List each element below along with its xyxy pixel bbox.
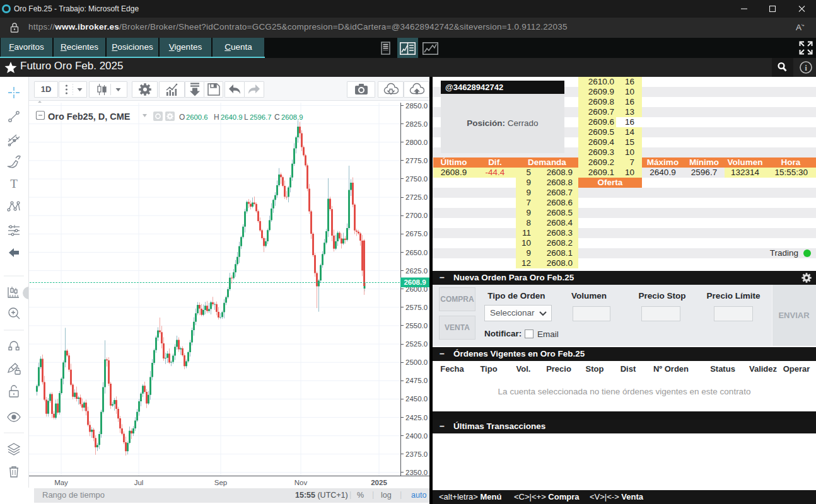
svg-text:2400.0: 2400.0: [405, 432, 428, 440]
svg-text:2575.0: 2575.0: [405, 304, 428, 311]
svg-text:2608.9: 2608.9: [281, 113, 303, 121]
svg-text:H: H: [214, 113, 219, 122]
svg-text:Jul: Jul: [134, 479, 144, 486]
svg-text:2450.0: 2450.0: [405, 395, 428, 403]
svg-text:2850.0: 2850.0: [405, 103, 428, 110]
svg-text:2500.0: 2500.0: [405, 358, 428, 366]
svg-text:2775.0: 2775.0: [405, 157, 428, 164]
svg-text:2425.0: 2425.0: [405, 414, 428, 421]
svg-text:2525.0: 2525.0: [405, 340, 428, 348]
svg-text:2025: 2025: [371, 479, 387, 486]
svg-text:2725.0: 2725.0: [405, 193, 428, 201]
svg-text:Sep: Sep: [214, 479, 227, 486]
svg-text:2700.0: 2700.0: [405, 212, 428, 219]
svg-text:2475.0: 2475.0: [405, 377, 428, 384]
svg-text:T: T: [10, 177, 18, 190]
svg-text:2640.9: 2640.9: [221, 113, 243, 121]
svg-text:Nov: Nov: [294, 479, 308, 486]
svg-text:Oro Feb25, D, CME: Oro Feb25, D, CME: [48, 112, 131, 122]
svg-text:May: May: [54, 479, 68, 486]
svg-text:2350.0: 2350.0: [405, 469, 428, 476]
svg-text:2625.0: 2625.0: [405, 267, 428, 275]
svg-text:i: i: [805, 63, 807, 72]
svg-text:2600.6: 2600.6: [186, 113, 208, 121]
svg-text:2675.0: 2675.0: [405, 230, 428, 238]
svg-text:2800.0: 2800.0: [405, 139, 428, 146]
svg-text:O: O: [179, 113, 185, 122]
svg-text:2596.7: 2596.7: [250, 113, 272, 121]
svg-text:2608.9: 2608.9: [404, 278, 426, 286]
svg-text:2825.0: 2825.0: [405, 120, 428, 128]
svg-text:2650.0: 2650.0: [405, 249, 428, 256]
svg-text:L: L: [244, 113, 248, 122]
svg-text:2550.0: 2550.0: [405, 322, 428, 329]
svg-text:2375.0: 2375.0: [405, 450, 428, 458]
svg-text:C: C: [274, 113, 280, 122]
svg-text:2750.0: 2750.0: [405, 175, 428, 183]
